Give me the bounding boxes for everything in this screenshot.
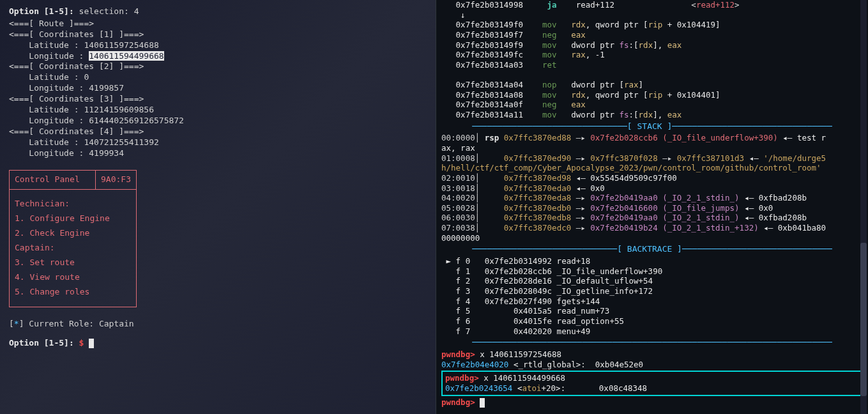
coords-1-header: <===[ Coordinates [1] ]===> <box>9 29 427 40</box>
selection-value: 4 <box>134 6 139 16</box>
cursor-right[interactable] <box>480 398 485 408</box>
disasm-line: 0x7fe2b0314998 ja read+112 <read+112> <box>441 0 863 10</box>
disasm-line: 0x7fe2b0314a04 nop dword ptr [rax] <box>441 80 863 90</box>
disassembly-section: 0x7fe2b0314998 ja read+112 <read+112> ↓ … <box>441 0 863 120</box>
menu-opt-5: 5. Change roles <box>15 287 131 298</box>
menu-opt-1: 1. Configure Engine <box>15 213 131 224</box>
lon-value-1-highlighted[interactable]: 140611594499668 <box>89 51 164 61</box>
stack-line-1b: h/hell/ctf/ctf_comp/Cyber_Apocalypse_202… <box>441 163 863 173</box>
option-prompt-label: Option [1-5]: <box>9 6 74 16</box>
prompt-dollar: $ <box>74 338 89 348</box>
menu-opt-4: 4. View route <box>15 272 131 283</box>
backtrace-line: f 2 0x7fe2b028de16 _IO_default_uflow+54 <box>441 276 863 286</box>
disasm-line: 0x7fe2b0314a11 mov dword ptr fs:[rdx], e… <box>441 110 863 120</box>
route-header: <===[ Route ]===> <box>9 19 427 29</box>
backtrace-section: ► f 0 0x7fe2b0314992 read+18 f 1 0x7fe2b… <box>441 256 863 336</box>
disasm-line: 0x7fe2b03149f0 mov rdx, qword ptr [rip +… <box>441 20 863 30</box>
captain-label: Captain: <box>15 243 131 254</box>
cmd-line-2[interactable]: pwndbg> x 140611594499668 <box>445 373 859 383</box>
coords-2-header: <===[ Coordinates [2] ]===> <box>9 61 427 72</box>
menu-opt-2: 2. Check Engine <box>15 228 131 239</box>
backtrace-line: f 1 0x7fe2b028ccb6 _IO_file_underflow+39… <box>441 266 863 277</box>
menu-opt-3: 3. Set route <box>15 257 131 268</box>
scrollbar-thumb[interactable] <box>860 243 867 396</box>
lat-value-2: 0 <box>84 72 89 82</box>
stack-line-2: 02:0010│ 0x7ffc3870ed98 ◂— 0x55454d9509c… <box>441 173 863 183</box>
stack-line-0: 00:0000│ rsp 0x7ffc3870ed88 —▸ 0x7fe2b02… <box>441 133 863 143</box>
lat-value-4: 140721255411392 <box>84 137 158 147</box>
stack-line-4: 04:0020│ 0x7ffc3870eda8 —▸ 0x7fe2b0419aa… <box>441 193 863 203</box>
left-terminal-pane[interactable]: Option [1-5]: selection: 4 <===[ Route ]… <box>0 0 436 414</box>
lon-value-2: 4199857 <box>89 83 124 93</box>
backtrace-line: ► f 0 0x7fe2b0314992 read+18 <box>441 256 863 266</box>
stack-line-7b: 00000000 <box>441 233 863 243</box>
selection-label: selection: <box>74 6 134 16</box>
bottom-rule: ────────────────────────────────────────… <box>441 337 863 348</box>
disasm-line: 0x7fe2b03149f9 mov dword ptr fs:[rdx], e… <box>441 40 863 50</box>
stack-line-3: 03:0018│ 0x7ffc3870eda0 ◂— 0x0 <box>441 183 863 194</box>
disasm-line: 0x7fe2b03149fc mov rax, -1 <box>441 50 863 60</box>
lat-label: Latitude : <box>29 40 84 50</box>
disasm-line: 0x7fe2b0314a0f neg eax <box>441 100 863 110</box>
lon-label: Longitude : <box>29 51 89 61</box>
stack-line-6: 06:0030│ 0x7ffc3870edb8 —▸ 0x7fe2b0419aa… <box>441 213 863 223</box>
disasm-line: ↓ <box>441 10 863 20</box>
highlighted-command-box: pwndbg> x 140611594499668 0x7fe2b0243654… <box>441 371 863 395</box>
panel-code: 9A0:F3 <box>96 171 136 189</box>
cmd-result-1: 0x7fe2b04e4020 <_rtld_global>: 0xb04e52e… <box>441 360 863 370</box>
coords-3-header: <===[ Coordinates [3] ]===> <box>9 94 427 105</box>
lon-value-3: 6144402569126575872 <box>89 116 184 125</box>
stack-line-0b: ax, rax <box>441 143 863 153</box>
backtrace-line: f 7 0x402020 menu+49 <box>441 326 863 337</box>
lon-value-4: 4199934 <box>89 148 124 158</box>
backtrace-line: f 3 0x7fe2b028049c _IO_getline_info+172 <box>441 286 863 296</box>
lat-value-1: 140611597254688 <box>84 40 158 50</box>
stack-line-5: 05:0028│ 0x7ffc3870edb0 —▸ 0x7fe2b041660… <box>441 203 863 213</box>
panel-title: Control Panel <box>10 171 96 189</box>
coords-4-header: <===[ Coordinates [4] ]===> <box>9 126 427 137</box>
disasm-line <box>441 70 863 80</box>
current-role: ] Current Role: Captain <box>19 319 134 328</box>
disasm-line: 0x7fe2b03149f7 neg eax <box>441 30 863 40</box>
role-star: * <box>14 319 19 328</box>
lat-value-3: 11214159609856 <box>84 105 154 114</box>
cursor[interactable] <box>89 339 94 348</box>
backtrace-line: f 6 0x4015fe read_option+55 <box>441 316 863 326</box>
backtrace-line: f 5 0x4015a5 read_num+73 <box>441 306 863 316</box>
cmd-result-2: 0x7fe2b0243654 <atoi+20>: 0x08c48348 <box>445 383 859 394</box>
disasm-line: 0x7fe2b0314a03 ret <box>441 60 863 70</box>
stack-line-1: 01:0008│ 0x7ffc3870ed90 —▸ 0x7ffc3870f02… <box>441 153 863 164</box>
cmd-prompt-3[interactable]: pwndbg> <box>441 397 863 408</box>
stack-line-7: 07:0038│ 0x7ffc3870edc0 —▸ 0x7fe2b0419b2… <box>441 223 863 233</box>
disasm-line: 0x7fe2b0314a08 mov rdx, qword ptr [rip +… <box>441 90 863 100</box>
option-prompt-2: Option [1-5]: <box>9 338 74 348</box>
control-panel: Control Panel 9A0:F3 Technician: 1. Conf… <box>9 170 137 307</box>
cmd-line-1[interactable]: pwndbg> x 140611597254688 <box>441 349 863 360</box>
backtrace-line: f 4 0x7fe2b027f490 fgets+144 <box>441 296 863 307</box>
technician-label: Technician: <box>15 199 131 210</box>
stack-header: ───────────────────────────────[ STACK ]… <box>441 121 863 132</box>
backtrace-header: ─────────────────────────────[ BACKTRACE… <box>441 244 863 255</box>
right-debugger-pane[interactable]: 0x7fe2b0314998 ja read+112 <read+112> ↓ … <box>436 0 868 414</box>
